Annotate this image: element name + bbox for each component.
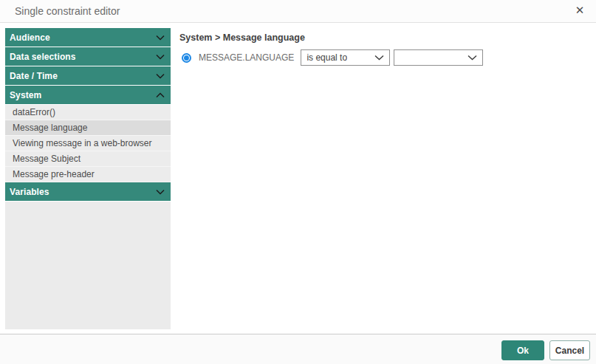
section-label: Variables	[10, 187, 156, 197]
sidebar-item-dataerror[interactable]: dataError()	[5, 105, 171, 120]
sidebar-item-label: Message pre-header	[13, 169, 95, 179]
sidebar-item-viewing-message-web-browser[interactable]: Viewing message in a web-browser	[5, 136, 171, 151]
chevron-down-icon	[156, 35, 165, 41]
sidebar-item-message-subject[interactable]: Message Subject	[5, 151, 171, 167]
sidebar: Audience Data selections Date / Time Sys…	[5, 28, 171, 329]
sidebar-section-system[interactable]: System	[5, 86, 171, 105]
ok-button[interactable]: Ok	[501, 340, 544, 360]
sidebar-item-message-language[interactable]: Message language	[5, 120, 171, 136]
sidebar-section-data-selections[interactable]: Data selections	[5, 47, 171, 66]
section-label: System	[10, 90, 156, 100]
section-label: Audience	[10, 32, 156, 43]
chevron-down-icon	[156, 54, 165, 60]
dialog-title: Single constraint editor	[15, 0, 120, 22]
sidebar-item-label: Message language	[13, 123, 87, 133]
constraint-field-label: MESSAGE.LANGUAGE	[199, 52, 294, 63]
footer: Ok Cancel	[0, 334, 596, 364]
sidebar-item-label: Message Subject	[13, 154, 81, 164]
constraint-row: MESSAGE.LANGUAGE is equal to	[182, 49, 483, 66]
operator-select[interactable]: is equal to	[301, 49, 390, 66]
sidebar-item-label: Viewing message in a web-browser	[13, 138, 152, 148]
sidebar-item-message-pre-header[interactable]: Message pre-header	[5, 167, 171, 182]
section-label: Date / Time	[10, 71, 156, 81]
operator-select-value: is equal to	[306, 52, 347, 63]
value-select[interactable]	[394, 49, 483, 66]
chevron-down-icon	[467, 55, 477, 61]
breadcrumb: System > Message language	[179, 32, 305, 43]
chevron-up-icon	[156, 92, 165, 98]
main-panel: System > Message language MESSAGE.LANGUA…	[171, 23, 596, 334]
sidebar-section-variables[interactable]: Variables	[5, 182, 171, 202]
radio-dot	[184, 55, 189, 61]
sidebar-section-audience[interactable]: Audience	[5, 28, 171, 47]
cancel-button[interactable]: Cancel	[549, 340, 590, 360]
sidebar-section-date-time[interactable]: Date / Time	[5, 66, 171, 86]
single-constraint-editor-dialog: Single constraint editor ✕ Audience Data…	[0, 0, 596, 364]
sidebar-item-label: dataError()	[13, 107, 55, 117]
close-icon[interactable]: ✕	[572, 3, 587, 18]
constraint-radio[interactable]	[182, 53, 191, 63]
chevron-down-icon	[374, 55, 384, 61]
chevron-down-icon	[156, 73, 165, 79]
chevron-down-icon	[156, 189, 165, 195]
section-label: Data selections	[10, 52, 156, 62]
title-bar: Single constraint editor ✕	[0, 0, 596, 23]
